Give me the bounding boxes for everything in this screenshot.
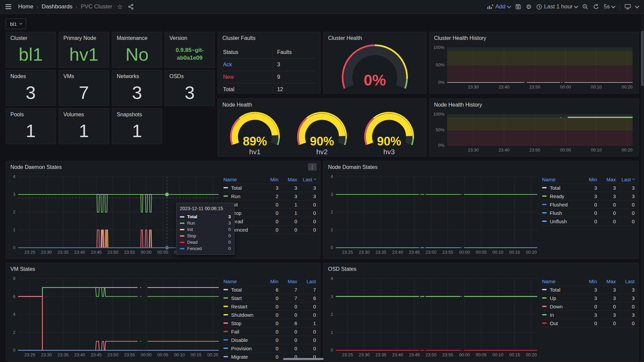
legend-row[interactable]: Total333 [542, 286, 635, 294]
legend-column-header[interactable]: Min [260, 279, 278, 284]
svg-text:0: 0 [331, 245, 333, 250]
fault-count-cell: 3 [273, 62, 316, 68]
refresh-interval-dropdown[interactable]: 5s [604, 3, 615, 10]
panel-title[interactable]: Cluster Health [324, 32, 426, 41]
share-icon[interactable] [128, 4, 134, 10]
node-health-history-chart[interactable]: 0%50%100%23:3023:4023:5000:0000:1000:20 [433, 111, 635, 154]
legend-column-header[interactable]: Min [578, 177, 597, 182]
svg-text:23:50: 23:50 [426, 250, 437, 255]
horizontal-scrollbar-thumb[interactable] [283, 358, 324, 360]
svg-text:23:30: 23:30 [41, 352, 52, 357]
column-header-status[interactable]: Status [222, 49, 273, 55]
node-domain-states-chart[interactable]: 0123423:2523:3023:3523:4023:4523:5023:55… [327, 173, 540, 256]
cluster-variable-dropdown[interactable]: bl1 [6, 18, 26, 29]
panel-title[interactable]: VM States [6, 263, 320, 272]
add-panel-button[interactable]: Add [487, 3, 511, 10]
legend-row[interactable]: Stop061 [223, 319, 316, 327]
column-header-faults[interactable]: Faults [273, 49, 316, 55]
collapse-nav-chevron[interactable] [636, 6, 639, 8]
svg-text:00:05: 00:05 [476, 250, 487, 255]
cluster-health-history-chart[interactable]: 0%50%100%23:3023:4023:5000:0000:1000:20 [433, 44, 635, 90]
fault-status-cell[interactable]: New [222, 74, 273, 80]
legend-row[interactable]: Fail000 [223, 327, 316, 336]
legend-row[interactable]: Unflush000 [542, 217, 635, 226]
panel-title[interactable]: Node Domain States [324, 161, 639, 170]
legend-row[interactable]: Total333 [542, 184, 635, 192]
legend-row[interactable]: Flush000 [542, 209, 635, 217]
panel-title[interactable]: Node Daemon States [6, 161, 320, 170]
svg-text:23:40: 23:40 [392, 352, 403, 357]
legend-row[interactable]: Up333 [542, 294, 635, 302]
legend-row[interactable]: Start076 [223, 294, 316, 302]
legend-column-header[interactable]: Last [616, 177, 635, 182]
osd-states-chart[interactable]: 0123423:2523:3023:3523:4023:4523:5023:55… [327, 275, 540, 358]
legend-row[interactable]: Total677 [223, 286, 316, 294]
legend-row[interactable]: Dead000 [223, 217, 316, 226]
legend-row[interactable]: Restart000 [223, 302, 316, 311]
legend-row[interactable]: Ready333 [542, 192, 635, 200]
legend-row[interactable]: Down000 [542, 302, 635, 311]
legend-row[interactable]: Fenced000 [223, 226, 316, 234]
tv-mode-button[interactable] [625, 4, 631, 10]
fault-status-cell[interactable]: Total [222, 86, 273, 93]
dashboard-settings-gear-icon[interactable]: ⚙ [526, 4, 532, 10]
panel-title[interactable]: OSD States [324, 263, 639, 272]
legend-row[interactable]: Total333 [223, 184, 316, 192]
panel-title[interactable]: OSDs [165, 70, 214, 79]
legend-column-header[interactable]: Max [597, 177, 616, 182]
favorite-star-icon[interactable]: ☆ [117, 3, 123, 10]
panel-title[interactable]: Cluster Health History [430, 32, 639, 41]
legend-column-header[interactable]: Max [597, 279, 616, 284]
time-range-picker[interactable]: Last 1 hour [536, 3, 578, 10]
legend-column-header[interactable]: Min [578, 279, 597, 284]
refresh-button[interactable] [593, 4, 599, 10]
svg-text:1: 1 [13, 227, 15, 232]
legend-row[interactable]: Shutdown000 [223, 311, 316, 319]
panel-title[interactable]: Networks [112, 70, 162, 79]
legend-column-header[interactable]: Max [278, 177, 297, 182]
panel-title[interactable]: VMs [59, 70, 109, 79]
legend-column-header[interactable]: Min [260, 177, 278, 182]
breadcrumb-dashboards[interactable]: Dashboards [42, 3, 72, 10]
svg-text:00:00: 00:00 [459, 250, 470, 255]
panel-title[interactable]: Cluster [6, 32, 55, 41]
stat-panel-cluster: Cluster bl1 [6, 32, 56, 68]
legend-column-header[interactable]: Last [616, 279, 635, 284]
panel-title[interactable]: Node Health [218, 99, 426, 108]
chevron-down-icon [507, 4, 511, 8]
svg-text:23:50: 23:50 [107, 250, 118, 255]
legend-row[interactable]: In333 [542, 311, 635, 319]
save-dashboard-button[interactable] [515, 4, 521, 10]
svg-text:23:50: 23:50 [529, 147, 540, 153]
legend-column-header[interactable]: Last [297, 177, 316, 182]
hamburger-menu-icon[interactable] [5, 4, 11, 9]
vertical-scrollbar-track[interactable] [641, 14, 644, 362]
breadcrumb-current-dashboard[interactable]: PVC Cluster [81, 3, 112, 10]
panel-title[interactable]: Node Health History [430, 99, 639, 108]
panel-menu-kebab-icon[interactable]: ⋮ [308, 163, 317, 171]
legend-row[interactable]: Run233 [223, 192, 316, 200]
zoom-out-time-button[interactable] [582, 4, 588, 10]
panel-title[interactable]: Version [165, 32, 214, 41]
panel-title[interactable]: Primary Node [59, 32, 109, 41]
panel-title[interactable]: Maintenance [112, 32, 162, 41]
legend-row[interactable]: Init010 [223, 200, 316, 209]
panel-title[interactable]: Nodes [6, 70, 55, 79]
panel-title[interactable]: Volumes [59, 109, 109, 118]
panel-title[interactable]: Pools [6, 109, 55, 118]
breadcrumb-home[interactable]: Home [18, 3, 33, 10]
panel-title[interactable]: Cluster Faults [218, 32, 320, 41]
fault-status-cell[interactable]: Ack [222, 62, 273, 68]
legend-row[interactable]: Out000 [542, 319, 635, 327]
svg-text:23:40: 23:40 [74, 250, 85, 255]
legend-row[interactable]: Flushed000 [542, 200, 635, 209]
legend-row[interactable]: Provision000 [223, 344, 316, 353]
legend-row[interactable]: Stop010 [223, 209, 316, 217]
legend-row[interactable]: Disable000 [223, 336, 316, 344]
stat-value: No [112, 43, 162, 65]
legend-column-header[interactable]: Last [297, 279, 316, 284]
vertical-scrollbar-thumb[interactable] [641, 31, 644, 86]
vm-states-chart[interactable]: 0246823:2523:3023:3523:4023:4523:5023:55… [9, 275, 221, 358]
legend-column-header[interactable]: Max [278, 279, 297, 284]
panel-title[interactable]: Snapshots [112, 109, 162, 118]
